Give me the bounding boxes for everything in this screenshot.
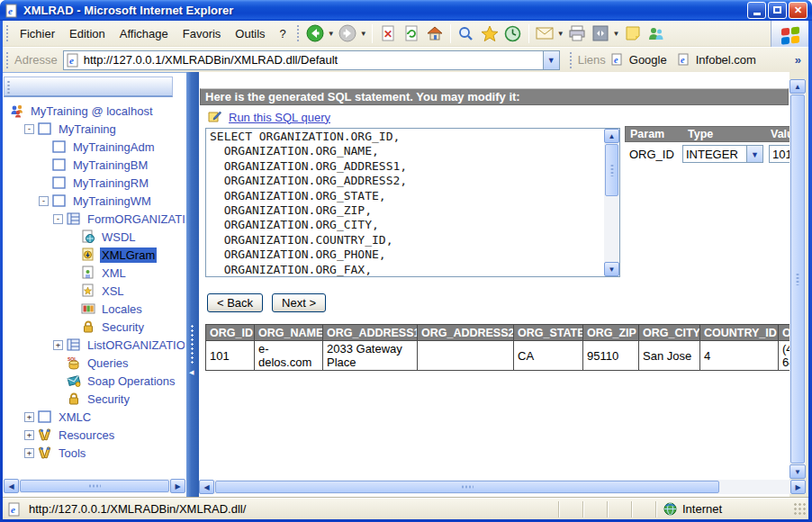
main-vertical-scrollbar[interactable]: ▲ ▼ — [789, 79, 806, 479]
type-select[interactable]: INTEGER ▼ — [682, 145, 763, 163]
tree-item-wsdl[interactable]: + WSDL — [5, 228, 185, 246]
collapse-pane-icon[interactable]: ◀ — [189, 369, 194, 376]
tree-item-mytrainingbm[interactable]: + MyTrainingBM — [5, 156, 185, 174]
pane-splitter[interactable]: ◀ — [186, 72, 199, 498]
maximize-button[interactable] — [768, 2, 787, 19]
minimize-button[interactable] — [747, 2, 766, 19]
tree-item-queries[interactable]: + SQL Queries — [5, 354, 185, 372]
tree-item-mytrainingwm[interactable]: - MyTrainingWM — [5, 192, 185, 210]
toolbar-grip[interactable] — [296, 24, 300, 42]
tree-expand-icon[interactable]: + — [24, 412, 34, 422]
tree-item-locales[interactable]: + Locales — [5, 300, 185, 318]
address-dropdown-icon[interactable]: ▼ — [543, 51, 559, 69]
fullscreen-icon[interactable] — [591, 23, 610, 43]
param-value-input[interactable] — [769, 145, 789, 163]
scroll-left-icon[interactable]: ◀ — [4, 479, 19, 493]
scroll-up-icon[interactable]: ▲ — [789, 79, 806, 94]
form-icon — [67, 212, 82, 226]
back-icon[interactable] — [305, 23, 325, 43]
menu-affichage[interactable]: Affichage — [113, 24, 176, 43]
messenger-icon[interactable] — [646, 23, 666, 43]
app-window-icon — [52, 140, 68, 154]
stop-icon[interactable]: ✕ — [378, 23, 398, 43]
scrollbar-thumb[interactable] — [605, 144, 618, 196]
tree-item-security-app[interactable]: + Security — [5, 390, 185, 408]
tree-expand-icon[interactable]: + — [24, 430, 34, 440]
links-bar-grip[interactable] — [569, 51, 573, 69]
tree-item-mytraining[interactable]: - MyTraining — [5, 120, 185, 138]
tree-collapse-icon[interactable]: - — [24, 124, 34, 134]
scrollbar-thumb[interactable] — [20, 480, 169, 492]
tree-item-mytrainingrm[interactable]: + MyTrainingRM — [5, 174, 185, 192]
tree-item-listorganization[interactable]: + ListORGANIZATION — [5, 336, 185, 354]
address-bar-grip[interactable] — [5, 51, 9, 69]
print-icon[interactable] — [567, 23, 587, 43]
scrollbar-thumb[interactable] — [790, 94, 805, 464]
back-dropdown-icon[interactable]: ▼ — [328, 30, 335, 38]
close-button[interactable]: ✕ — [789, 2, 807, 19]
forward-icon[interactable] — [338, 23, 357, 43]
tree-collapse-icon[interactable]: - — [39, 196, 49, 206]
tree-item-xmlc[interactable]: + XMLC — [5, 408, 185, 426]
tree-item-resources[interactable]: + Resources — [5, 426, 185, 444]
cell-country-id: 4 — [700, 341, 779, 371]
cell-org-zip: 95110 — [583, 341, 639, 371]
tree-item-xsl[interactable]: + XSL — [5, 282, 185, 300]
history-icon[interactable] — [503, 23, 523, 43]
tree-item-mytraining-localhost[interactable]: MyTraining @ localhost — [5, 102, 185, 120]
sql-textarea[interactable]: SELECT ORGANIZATION.ORG_ID, ORGANIZATION… — [206, 129, 604, 276]
lock-icon — [81, 320, 96, 334]
tree-collapse-icon[interactable]: - — [53, 214, 63, 224]
fullscreen-dropdown-icon[interactable]: ▼ — [613, 30, 620, 38]
col-header: ORG_PHONE — [779, 325, 790, 341]
note-icon[interactable] — [623, 23, 643, 43]
menu-fichier[interactable]: Fichier — [13, 24, 62, 43]
status-bar: e http://127.0.0.1/XMLRADBin/XMLRAD.dll/… — [3, 498, 808, 519]
link-infobel[interactable]: e Infobel.com — [678, 53, 756, 68]
scroll-up-icon[interactable]: ▲ — [604, 129, 619, 143]
menu-edition[interactable]: Edition — [62, 24, 113, 43]
menu-outils[interactable]: Outils — [228, 24, 272, 43]
home-icon[interactable] — [425, 23, 445, 43]
search-icon[interactable] — [456, 23, 476, 43]
address-combobox[interactable]: e ▼ — [63, 50, 560, 70]
tree-horizontal-scrollbar[interactable]: ◀ ▶ — [4, 479, 185, 493]
link-google[interactable]: e Google — [611, 53, 667, 68]
main-horizontal-scrollbar[interactable]: ◀ ▶ — [199, 480, 806, 494]
sql-scrollbar[interactable]: ▲ ▼ — [604, 129, 619, 276]
select-dropdown-icon[interactable]: ▼ — [746, 146, 762, 162]
tree-expand-icon[interactable]: + — [53, 340, 63, 350]
scrollbar-thumb[interactable] — [215, 481, 719, 493]
tree-item-xmlgram[interactable]: + XMLGram — [5, 246, 185, 264]
menu-help[interactable]: ? — [273, 24, 293, 43]
tree-item-soap-operations[interactable]: + Soap Operations — [5, 372, 185, 390]
scroll-down-icon[interactable]: ▼ — [604, 262, 619, 276]
toolbar-grip[interactable] — [5, 24, 9, 42]
refresh-icon[interactable] — [401, 23, 421, 43]
svg-text:e: e — [681, 55, 685, 65]
tree-item-formorganization[interactable]: - FormORGANIZATION — [5, 210, 185, 228]
title-bar[interactable]: e XMLRAD - Microsoft Internet Explorer ✕ — [0, 0, 812, 21]
back-button[interactable]: < Back — [207, 293, 263, 312]
run-sql-query-link[interactable]: Run this SQL query — [229, 111, 330, 124]
tree-expand-icon[interactable]: + — [24, 448, 34, 458]
toolbar-overflow-chevron-icon[interactable]: » — [795, 53, 801, 67]
next-button[interactable]: Next > — [272, 293, 326, 312]
mail-icon[interactable] — [535, 23, 555, 43]
favorites-icon[interactable] — [480, 23, 500, 43]
sql-db-icon: SQL — [67, 356, 82, 370]
address-input[interactable] — [82, 53, 543, 67]
tree-item-tools[interactable]: + Tools — [5, 444, 185, 462]
scroll-right-icon[interactable]: ▶ — [790, 480, 806, 494]
scroll-down-icon[interactable]: ▼ — [789, 464, 806, 479]
mail-dropdown-icon[interactable]: ▼ — [557, 30, 564, 38]
tree-item-xml[interactable]: + XML — [5, 264, 185, 282]
resize-grip[interactable] — [794, 503, 807, 516]
tree-pane-toolbar[interactable] — [4, 76, 173, 97]
tree-item-mytrainingadm[interactable]: + MyTrainingAdm — [5, 138, 185, 156]
scroll-right-icon[interactable]: ▶ — [170, 479, 185, 493]
tree-item-security-form[interactable]: + Security — [5, 318, 185, 336]
forward-dropdown-icon[interactable]: ▼ — [360, 30, 367, 38]
menu-favoris[interactable]: Favoris — [176, 24, 229, 43]
scroll-left-icon[interactable]: ◀ — [199, 480, 214, 494]
